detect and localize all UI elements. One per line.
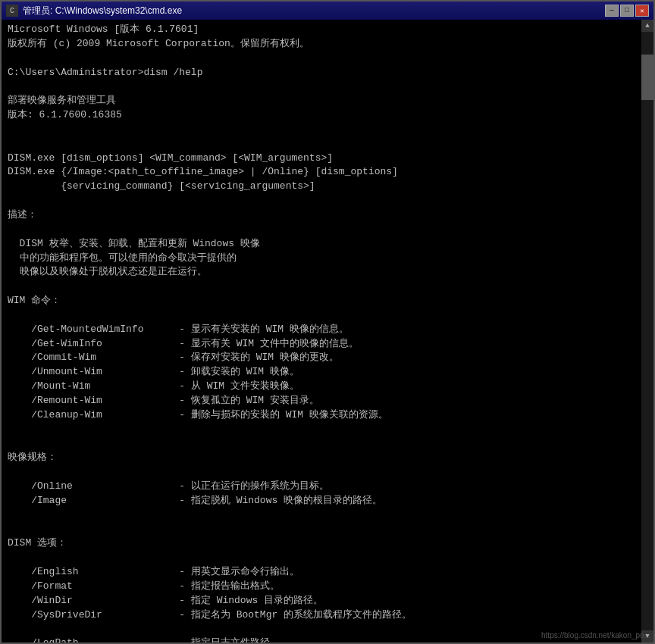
window-title: 管理员: C:\Windows\system32\cmd.exe (23, 5, 182, 17)
watermark: https://blog.csdn.net/kakon_po... (541, 631, 650, 639)
window-icon: C (6, 5, 18, 17)
console-output[interactable]: Microsoft Windows [版本 6.1.7601] 版权所有 (c)… (2, 20, 641, 642)
title-buttons: ─ □ ✕ (605, 5, 649, 17)
title-bar-left: C 管理员: C:\Windows\system32\cmd.exe (6, 5, 182, 17)
console-area: Microsoft Windows [版本 6.1.7601] 版权所有 (c)… (2, 20, 653, 642)
title-bar: C 管理员: C:\Windows\system32\cmd.exe ─ □ ✕ (2, 2, 653, 20)
cmd-window: C 管理员: C:\Windows\system32\cmd.exe ─ □ ✕… (0, 0, 655, 644)
scrollbar-thumb[interactable] (641, 55, 653, 100)
minimize-button[interactable]: ─ (605, 5, 619, 17)
scroll-up-button[interactable]: ▲ (641, 20, 653, 32)
close-button[interactable]: ✕ (635, 5, 649, 17)
scrollbar-track[interactable] (641, 32, 653, 630)
scrollbar[interactable]: ▲ ▼ (641, 20, 653, 642)
maximize-button[interactable]: □ (620, 5, 634, 17)
